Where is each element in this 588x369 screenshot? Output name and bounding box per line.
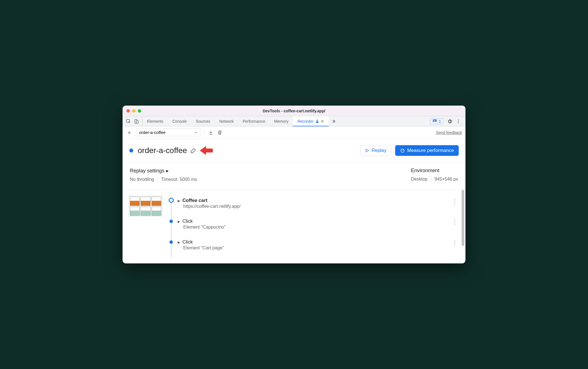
- settings-row: Replay settings ▸ No throttling Timeout:…: [123, 163, 465, 190]
- replay-button[interactable]: Replay: [360, 145, 391, 156]
- tab-label: Console: [172, 119, 187, 124]
- step-content: ▶Coffee cart https://coffee-cart.netlify…: [178, 198, 450, 209]
- recording-dropdown[interactable]: order-a-coffee: [136, 129, 201, 136]
- environment-values: Desktop 945×546 px: [411, 176, 458, 182]
- close-tab-icon[interactable]: ✕: [321, 119, 324, 124]
- tab-label: Elements: [147, 119, 163, 124]
- inspect-tools: [125, 116, 143, 126]
- svg-point-6: [458, 121, 459, 122]
- panel-tabs: Elements Console Sources Network Perform…: [143, 116, 329, 126]
- caret-right-icon: ▸: [166, 168, 169, 174]
- step-item[interactable]: ▶Click Element "Cappucino" ⋮: [169, 216, 459, 237]
- tab-label: Memory: [274, 119, 289, 124]
- scrollbar[interactable]: [462, 190, 464, 246]
- tab-console[interactable]: Console: [168, 116, 191, 126]
- traffic-lights: [126, 109, 141, 113]
- delete-icon[interactable]: [217, 130, 222, 135]
- edit-title-icon[interactable]: [190, 147, 196, 154]
- step-menu-icon[interactable]: ⋮: [450, 239, 459, 246]
- new-recording-button[interactable]: ＋: [126, 128, 133, 137]
- svg-point-5: [458, 119, 459, 120]
- devtools-window: DevTools - coffee-cart.netlify.app/ Elem…: [123, 106, 465, 263]
- replay-settings: Replay settings ▸ No throttling Timeout:…: [130, 168, 197, 182]
- divider: [157, 177, 158, 182]
- step-title: Coffee cart: [182, 198, 207, 203]
- recorder-toolbar: ＋ order-a-coffee Send feedback: [123, 126, 465, 139]
- step-marker: [169, 220, 173, 223]
- recorder-toolbar-actions: [204, 130, 222, 135]
- tab-performance[interactable]: Performance: [238, 116, 270, 126]
- step-subtitle: Element "Cappucino": [183, 225, 450, 230]
- steps-area: ▶Coffee cart https://coffee-cart.netlify…: [123, 190, 465, 263]
- recording-dropdown-label: order-a-coffee: [139, 130, 166, 135]
- settings-gear-icon[interactable]: [447, 119, 453, 124]
- svg-rect-2: [136, 120, 138, 123]
- zoom-window-button[interactable]: [138, 109, 141, 113]
- recording-header: order-a-coffee Replay Measure performanc…: [123, 139, 465, 163]
- titlebar: DevTools - coffee-cart.netlify.app/: [123, 106, 465, 116]
- header-actions: Replay Measure performance: [360, 145, 459, 156]
- timeout-value: Timeout: 5000 ms: [161, 177, 197, 182]
- env-viewport: 945×546 px: [435, 177, 458, 182]
- step-content: ▶Click Element "Cart page": [178, 239, 450, 250]
- tab-recorder[interactable]: Recorder ✕: [293, 116, 329, 126]
- minimize-window-button[interactable]: [132, 109, 135, 113]
- caret-right-icon: ▶: [178, 220, 180, 224]
- svg-point-7: [458, 122, 459, 123]
- replay-settings-toggle[interactable]: Replay settings ▸: [130, 168, 197, 174]
- window-title: DevTools - coffee-cart.netlify.app/: [123, 109, 465, 113]
- step-subtitle: Element "Cart page": [183, 245, 450, 250]
- annotation-arrow-icon: [199, 145, 213, 156]
- step-menu-icon[interactable]: ⋮: [450, 198, 459, 204]
- svg-rect-3: [434, 120, 436, 120]
- recording-status-dot: [129, 149, 133, 152]
- replay-button-label: Replay: [372, 148, 386, 153]
- kebab-menu-icon[interactable]: [456, 119, 461, 124]
- tab-label: Performance: [243, 119, 265, 124]
- tab-network[interactable]: Network: [215, 116, 238, 126]
- tab-sources[interactable]: Sources: [191, 116, 215, 126]
- issues-count: 1: [439, 119, 441, 124]
- divider: [431, 176, 431, 182]
- tab-elements[interactable]: Elements: [143, 116, 168, 126]
- step-thumbnail: [129, 195, 162, 217]
- tab-label: Recorder: [297, 119, 314, 124]
- chevron-down-icon: [194, 131, 198, 135]
- steps-timeline: ▶Coffee cart https://coffee-cart.netlify…: [169, 195, 459, 258]
- step-item[interactable]: ▶Coffee cart https://coffee-cart.netlify…: [169, 195, 459, 216]
- tabbar-right: 1: [430, 116, 463, 126]
- more-tabs-button[interactable]: [329, 116, 339, 126]
- replay-settings-label: Replay settings: [130, 168, 164, 174]
- measure-performance-button[interactable]: Measure performance: [395, 145, 459, 156]
- caret-right-icon: ▶: [178, 240, 180, 244]
- step-marker: [169, 198, 174, 203]
- throttling-value: No throttling: [130, 177, 154, 182]
- send-feedback-link[interactable]: Send feedback: [436, 130, 462, 135]
- replay-settings-values: No throttling Timeout: 5000 ms: [130, 177, 197, 182]
- flask-icon: [315, 119, 319, 123]
- environment-title: Environment: [411, 168, 458, 174]
- caret-right-icon: ▶: [178, 199, 180, 203]
- svg-rect-4: [434, 121, 435, 121]
- devtools-tabbar: Elements Console Sources Network Perform…: [123, 116, 465, 126]
- step-menu-icon[interactable]: ⋮: [450, 218, 459, 225]
- issues-badge[interactable]: 1: [430, 118, 444, 124]
- measure-button-label: Measure performance: [407, 148, 454, 153]
- step-subtitle: https://coffee-cart.netlify.app/: [183, 204, 450, 209]
- close-window-button[interactable]: [126, 109, 130, 113]
- step-marker: [169, 240, 173, 244]
- inspect-icon[interactable]: [126, 119, 131, 124]
- device-toggle-icon[interactable]: [134, 119, 139, 124]
- tab-label: Sources: [196, 119, 210, 124]
- step-item[interactable]: ▶Click Element "Cart page" ⋮: [169, 237, 459, 258]
- tab-memory[interactable]: Memory: [270, 116, 293, 126]
- env-device: Desktop: [411, 177, 428, 182]
- step-title: Click: [182, 239, 193, 245]
- tab-label: Network: [219, 119, 234, 124]
- environment-settings: Environment Desktop 945×546 px: [411, 168, 458, 182]
- recording-title: order-a-coffee: [138, 146, 187, 155]
- step-content: ▶Click Element "Cappucino": [178, 218, 450, 230]
- step-title: Click: [182, 218, 193, 224]
- export-icon[interactable]: [208, 130, 213, 135]
